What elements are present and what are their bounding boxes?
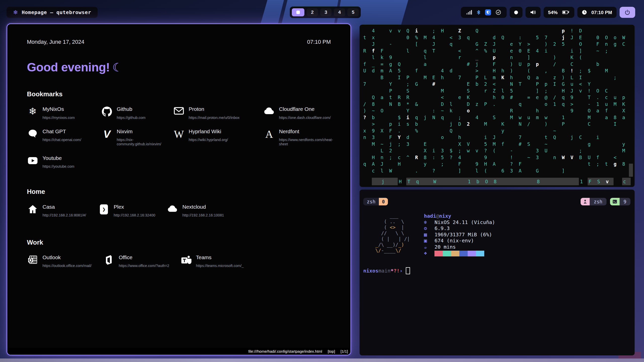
fetch-colors-row: ❖ — [424, 250, 495, 256]
fetch-kernel-row: ⚙6.9.3 — [424, 225, 495, 232]
snowflake-icon: ❄ — [27, 106, 38, 119]
shell-prompt[interactable]: nixos main*?! › — [363, 267, 634, 275]
home-icon — [27, 204, 38, 217]
terminal-window[interactable]: zsh 0 zsh 9 ___ ( .. \ ( <> | // \ \ ( |… — [359, 190, 635, 355]
terminal-cursor — [406, 267, 410, 274]
workspace-2[interactable]: 2 — [307, 8, 318, 16]
bookmarks-grid: ❄ MyNixOs https://mynixos.com Github htt… — [27, 106, 331, 169]
statusbar-scroll-position: [top] — [328, 349, 335, 353]
shell-indicator: zsh — [581, 198, 606, 205]
palette-color-block — [434, 251, 443, 256]
fastfetch-output: ___ ( .. \ ( <> | // \ \ ( | | /| _/\ __… — [375, 213, 634, 256]
bookmark-office[interactable]: Office https://www.office.com/?auth=2 — [103, 254, 180, 268]
bookmark-casa[interactable]: Casa http://192.168.2.16:8081/#/ — [27, 204, 98, 218]
startpage-time: 07:10 PM — [307, 39, 331, 45]
penguin-ascii-art: ___ ( .. \ ( <> | // \ \ ( | | /| _/\ __… — [375, 213, 410, 256]
qutebrowser-statusbar: file:///home/hadi/.config/startpage/inde… — [7, 348, 350, 355]
plex-chevron-icon: ❯ — [98, 204, 110, 217]
fetch-user-host: hadi@nixy — [424, 213, 495, 219]
window-count-indicator: 9 — [610, 198, 630, 205]
bookmark-cloudflare-one[interactable]: Cloudflare One https://one.dash.cloudfla… — [263, 106, 333, 120]
bookmark-nextcloud[interactable]: Nextcloud http://192.168.2.16:10081 — [167, 204, 331, 218]
fetch-memory-row: ▦1969/31377 MiB (6%) — [424, 232, 495, 238]
workspace-1-active[interactable] — [292, 8, 304, 16]
nixos-logo-icon: ❄ — [13, 10, 18, 15]
palette-color-block — [476, 251, 484, 256]
packages-icon: ▣ — [424, 238, 434, 244]
fetch-os-row: ❄NixOS 24.11 (Vicuña) — [424, 219, 495, 225]
bookmark-plex[interactable]: ❯ Plex http://192.168.2.16:32400 — [98, 204, 167, 218]
moon-icon: ☾ — [112, 61, 123, 74]
palette-color-block — [459, 251, 468, 256]
palette-color-block — [451, 251, 459, 256]
github-icon — [101, 106, 113, 119]
bookmark-github[interactable]: Github https://github.com — [101, 106, 173, 120]
terminal-color-palette — [434, 251, 484, 256]
power-icon — [625, 10, 630, 15]
bluetooth-icon — [476, 10, 480, 15]
bookmark-proton[interactable]: Proton https://mail.proton.me/u/0/inbox — [173, 106, 263, 120]
power-button[interactable] — [620, 7, 635, 18]
bookmark-outlook[interactable]: Outlook https://outlook.office.com/mail/ — [27, 254, 103, 268]
section-title-work: Work — [27, 239, 331, 246]
kernel-icon: ⚙ — [424, 225, 434, 232]
battery-pill[interactable]: 54% — [544, 7, 574, 18]
workspace-4[interactable]: 4 — [334, 8, 345, 16]
battery-charging-icon — [562, 10, 570, 15]
letter-a-icon: A — [263, 128, 275, 142]
greeting-heading: Good evening!☾ — [27, 61, 331, 74]
office-icon — [103, 254, 115, 267]
active-window-title-pill: ❄ Homepage — qutebrowser — [7, 7, 98, 18]
section-title-bookmarks: Bookmarks — [27, 90, 331, 98]
bookmark-chatgpt[interactable]: Chat GPT https://chat.openai.com/ — [27, 128, 101, 147]
os-icon: ❄ — [424, 219, 434, 225]
window-count: 9 — [620, 198, 630, 205]
outlook-icon — [27, 254, 38, 267]
work-grid: Outlook https://outlook.office.com/mail/… — [27, 254, 331, 268]
qutebrowser-window[interactable]: Monday, June 17, 2024 07:10 PM Good even… — [7, 23, 351, 355]
youtube-icon — [27, 155, 38, 168]
teams-icon — [180, 254, 192, 267]
tray-status-icons[interactable] — [461, 7, 507, 18]
prompt-git-branch: main — [378, 267, 390, 275]
statusbar-url: file:///home/hadi/.config/startpage/inde… — [248, 349, 322, 353]
bookmark-mynixos[interactable]: ❄ MyNixOs https://mynixos.com — [27, 106, 101, 120]
palette-color-block — [468, 251, 476, 256]
prompt-arrow: › — [400, 267, 403, 275]
matrix-rain: 4 v v Q i ; H Z Q p ! D t x 0 % M 4 < 3 … — [363, 27, 634, 174]
home-grid: Casa http://192.168.2.16:8081/#/ ❯ Plex … — [27, 204, 331, 218]
statusbar-tab-index: [1/1] — [341, 349, 348, 353]
prompt-status-flags: ?! — [393, 267, 399, 275]
workspace-5[interactable]: 5 — [347, 8, 359, 16]
letter-w-icon: W — [173, 128, 185, 142]
mail-icon — [173, 106, 185, 119]
clock-icon — [582, 10, 587, 15]
bookmark-youtube[interactable]: Youtube https://youtube.com — [27, 155, 101, 169]
cloud-icon — [167, 204, 178, 217]
kitty-tab-bar: zsh 0 zsh 9 — [363, 198, 630, 205]
palette-icon: ❖ — [424, 250, 434, 256]
volume-pill[interactable] — [526, 7, 541, 18]
matrix-terminal-window[interactable]: 4 v v Q i ; H Z Q p ! D t x 0 % M 4 < 3 … — [359, 25, 635, 187]
section-title-home: Home — [27, 188, 331, 196]
bookmark-hyprland-wiki[interactable]: W Hyprland Wiki https://wiki.hyprland.or… — [173, 128, 263, 147]
clock-time: 07:10 PM — [591, 10, 612, 15]
workspace-3[interactable]: 3 — [320, 8, 332, 16]
workspace-switcher[interactable]: 2 3 4 5 — [290, 7, 361, 18]
speaker-icon — [530, 10, 536, 15]
cloud-icon — [263, 106, 275, 119]
tab-title: zsh — [363, 198, 379, 205]
bookmark-nerdfont[interactable]: A Nerdfont https://www.nerdfonts.com/che… — [263, 128, 333, 147]
network-signal-icon — [466, 10, 472, 15]
uptime-icon: ☕ — [424, 244, 434, 250]
palette-color-block — [443, 251, 451, 256]
bookmark-teams[interactable]: Teams https://teams.microsoft.com/_ — [180, 254, 331, 268]
bookmark-nixvim[interactable]: V Nixvim https://nix-community.github.io… — [101, 128, 173, 147]
recording-indicator-pill[interactable] — [510, 7, 522, 18]
clock-pill[interactable]: 07:10 PM — [577, 7, 617, 18]
user-icon — [581, 198, 590, 205]
tab-zsh[interactable]: zsh 0 — [363, 198, 388, 205]
active-workspace-dot — [296, 11, 300, 14]
prompt-dirty-flag: * — [390, 267, 393, 275]
system-tray: 54% 07:10 PM — [461, 7, 635, 18]
